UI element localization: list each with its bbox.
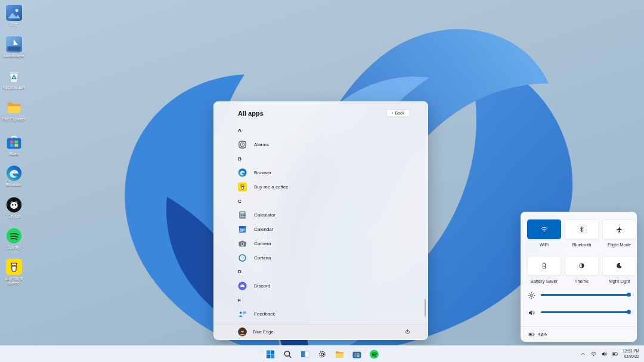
app-item-feedback[interactable]: Feedback bbox=[238, 307, 416, 321]
app-label: Calendar bbox=[254, 227, 273, 232]
desktop-icon-blue[interactable]: Blue bbox=[0, 5, 27, 27]
volume-icon[interactable] bbox=[601, 351, 608, 357]
airplane-icon bbox=[615, 225, 623, 233]
toggle-label: Battery Saver bbox=[527, 279, 561, 284]
task-view-button[interactable] bbox=[299, 348, 311, 360]
theme-toggle-button[interactable] bbox=[565, 256, 599, 276]
start-menu-user-bar: Blue Edge bbox=[214, 324, 428, 339]
wifi-icon[interactable] bbox=[590, 351, 597, 357]
quick-settings-panel: WiFi Bluetooth Flight Mode Battery Saver bbox=[521, 212, 637, 342]
back-button[interactable]: ‹ Back bbox=[386, 109, 410, 117]
desktop-icon-github[interactable]: GitHub bbox=[0, 197, 27, 219]
quick-settings-footer: 48% bbox=[521, 326, 636, 341]
store-button[interactable] bbox=[351, 348, 363, 360]
app-label: Buy me a coffee bbox=[254, 184, 289, 190]
desktop-icon-browser[interactable]: Browser bbox=[0, 165, 27, 187]
scrollbar-thumb[interactable] bbox=[425, 299, 426, 317]
desktop-icon-buy-me-a-coffee[interactable]: Buy me a coffee bbox=[0, 259, 27, 286]
search-icon bbox=[283, 349, 292, 359]
night-light-toggle-button[interactable] bbox=[602, 256, 636, 276]
toggle-battery-saver: Battery Saver bbox=[527, 256, 561, 284]
app-item-cortana[interactable]: Cortana bbox=[238, 250, 416, 265]
desktop-icon-label: Recycle Bin bbox=[0, 85, 27, 90]
toggle-night-light: Night Light bbox=[602, 256, 636, 284]
start-button[interactable] bbox=[264, 348, 277, 360]
desktop-icon-recycle-bin[interactable]: Recycle Bin bbox=[0, 68, 27, 90]
app-label: Feedback bbox=[254, 311, 275, 317]
spotify-button[interactable] bbox=[368, 348, 380, 360]
app-item-alarms[interactable]: Alarms bbox=[238, 138, 416, 152]
github-icon bbox=[6, 197, 22, 213]
taskbar-clock[interactable]: 12:53 PM 02/20/22 bbox=[623, 349, 639, 360]
alarms-icon bbox=[238, 140, 247, 149]
store-icon bbox=[352, 349, 361, 359]
file-explorer-button[interactable] bbox=[333, 348, 346, 360]
coffee-icon bbox=[6, 259, 22, 275]
clock-date: 02/20/22 bbox=[623, 354, 639, 360]
toggle-bluetooth: Bluetooth bbox=[565, 219, 599, 247]
calculator-icon bbox=[238, 211, 247, 219]
desktop-icon-spotify[interactable]: Spotify bbox=[0, 228, 27, 250]
desktop-icon-store[interactable]: Store bbox=[0, 134, 27, 156]
chevron-up-icon[interactable] bbox=[580, 351, 586, 357]
battery-icon[interactable] bbox=[612, 351, 618, 357]
brightness-slider-handle[interactable] bbox=[627, 293, 631, 297]
section-row: A bbox=[238, 123, 416, 138]
battery-saver-icon bbox=[540, 262, 548, 270]
edge-icon bbox=[238, 168, 247, 177]
spotify-icon bbox=[369, 349, 379, 359]
all-apps-title: All apps bbox=[238, 110, 264, 117]
all-apps-list: A Alarms B Browser Buy me a coffee C Cal… bbox=[238, 123, 416, 321]
app-item-buy-me-a-coffee[interactable]: Buy me a coffee bbox=[238, 180, 416, 194]
section-letter: C bbox=[238, 199, 242, 204]
wifi-toggle-button[interactable] bbox=[527, 219, 561, 239]
settings-button[interactable] bbox=[316, 348, 329, 360]
wifi-icon bbox=[540, 225, 548, 233]
cortana-icon bbox=[238, 253, 247, 262]
bluetooth-icon bbox=[578, 225, 586, 233]
app-label: Camera bbox=[254, 241, 271, 246]
volume-slider-handle[interactable] bbox=[627, 310, 631, 314]
app-label: Alarms bbox=[254, 142, 269, 147]
store-icon bbox=[6, 134, 22, 150]
brightness-slider[interactable] bbox=[541, 294, 629, 296]
desktop-icon-label: Spotify bbox=[0, 245, 27, 250]
app-item-calculator[interactable]: Calculator bbox=[238, 208, 416, 222]
folder-icon bbox=[6, 100, 22, 116]
back-button-label: Back bbox=[395, 111, 404, 115]
recycle-bin-icon bbox=[6, 68, 22, 84]
discord-icon bbox=[238, 281, 247, 290]
desktop-icon-landscape[interactable]: Landscape bbox=[0, 36, 27, 58]
bluetooth-toggle-button[interactable] bbox=[565, 219, 599, 239]
app-item-calendar[interactable]: Calendar bbox=[238, 222, 416, 237]
app-label: Cortana bbox=[254, 255, 271, 261]
brightness-slider-row bbox=[528, 290, 629, 299]
folder-icon bbox=[335, 349, 344, 359]
section-letter: F bbox=[238, 298, 241, 303]
battery-saver-toggle-button[interactable] bbox=[527, 256, 561, 276]
toggle-label: WiFi bbox=[527, 242, 561, 247]
section-row: C bbox=[238, 194, 416, 208]
app-item-camera[interactable]: Camera bbox=[238, 237, 416, 251]
toggle-label: Night Light bbox=[602, 279, 636, 284]
app-item-discord[interactable]: Discord bbox=[238, 279, 416, 293]
section-row: B bbox=[238, 151, 416, 166]
search-button[interactable] bbox=[281, 348, 294, 360]
quick-settings-grid: WiFi Bluetooth Flight Mode Battery Saver bbox=[527, 219, 636, 284]
user-avatar[interactable] bbox=[238, 327, 247, 336]
toggle-flight-mode: Flight Mode bbox=[602, 219, 636, 247]
calendar-icon bbox=[238, 225, 247, 234]
clock-time: 12:53 PM bbox=[623, 349, 639, 354]
app-label: Discord bbox=[254, 283, 270, 289]
app-item-browser[interactable]: Browser bbox=[238, 166, 416, 180]
toggle-label: Bluetooth bbox=[565, 242, 599, 247]
volume-slider-row bbox=[528, 308, 629, 316]
volume-slider[interactable] bbox=[541, 311, 629, 313]
section-letter: B bbox=[238, 156, 242, 162]
feedback-icon bbox=[238, 310, 247, 318]
power-icon[interactable] bbox=[404, 329, 411, 335]
desktop-icon-label: GitHub bbox=[0, 214, 27, 219]
desktop-icon-file-explorer[interactable]: File Explorer bbox=[0, 100, 27, 122]
flight-mode-toggle-button[interactable] bbox=[602, 219, 636, 239]
battery-percentage: 48% bbox=[538, 332, 547, 337]
